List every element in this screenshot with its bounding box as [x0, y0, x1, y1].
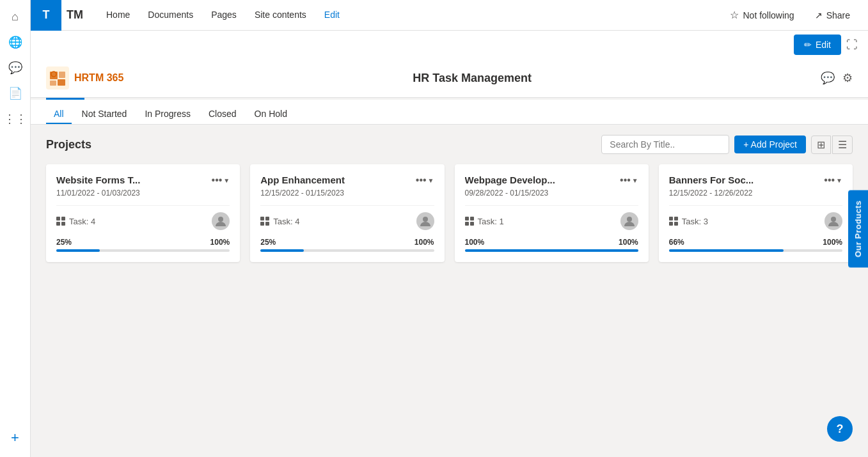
site-logo: T: [31, 0, 61, 31]
progress-max-1: 100%: [414, 238, 434, 247]
card-title-1: App Enhancement: [260, 174, 416, 185]
card-task-0: Task: 4: [56, 217, 95, 226]
apps-icon[interactable]: ⋮⋮: [4, 107, 27, 130]
card-date-1: 12/15/2022 - 01/15/2023: [260, 189, 434, 198]
progress-pct-2: 100%: [465, 238, 485, 247]
our-products-tab[interactable]: Our Products: [848, 190, 868, 267]
help-button[interactable]: ?: [827, 416, 853, 442]
progress-max-0: 100%: [210, 238, 230, 247]
filter-section: All Not Started In Progress Closed On Ho…: [31, 100, 868, 125]
cards-grid: Website Forms T... ••• ▼ 11/01/2022 - 01…: [46, 164, 853, 262]
progress-bar-bg-0: [56, 249, 230, 252]
view-toggle: ⊞ ☰: [811, 136, 853, 154]
sidebar: ⌂ 🌐 💬 📄 ⋮⋮ +: [0, 0, 31, 457]
main-content: HRTM 365 HR Task Management 💬 ⚙ All Not …: [31, 59, 868, 457]
home-icon[interactable]: ⌂: [4, 5, 27, 28]
progress-pct-0: 25%: [56, 238, 72, 247]
globe-icon[interactable]: 🌐: [4, 31, 27, 54]
nav-site-contents[interactable]: Site contents: [247, 0, 314, 31]
edit-label: Edit: [816, 40, 831, 50]
add-icon[interactable]: +: [4, 426, 27, 449]
ellipsis-icon-0: •••: [212, 174, 223, 186]
progress-bar-fill-0: [56, 249, 100, 252]
progress-max-2: 100%: [619, 238, 638, 247]
expand-button[interactable]: ⛶: [846, 38, 858, 52]
top-nav: Home Documents Pages Site contents Edit: [99, 0, 722, 31]
card-menu-2[interactable]: ••• ▼: [620, 174, 638, 186]
app-header: HRTM 365 HR Task Management 💬 ⚙: [31, 59, 868, 98]
card-date-2: 09/28/2022 - 01/15/2023: [465, 189, 638, 198]
task-count-0: Task: 4: [69, 217, 95, 226]
chevron-down-icon-3: ▼: [836, 177, 842, 184]
project-card-1: App Enhancement ••• ▼ 12/15/2022 - 01/15…: [250, 164, 444, 262]
svg-point-7: [627, 217, 632, 222]
card-progress-1: 25% 100%: [260, 238, 434, 252]
chat-icon-button[interactable]: 💬: [821, 71, 835, 85]
document-icon[interactable]: 📄: [4, 82, 27, 105]
nav-edit[interactable]: Edit: [317, 0, 347, 31]
task-count-1: Task: 4: [273, 217, 299, 226]
share-button[interactable]: ↗ Share: [807, 6, 858, 24]
app-title: HRTM 365: [74, 72, 123, 84]
card-body-1: Task: 4: [260, 205, 434, 230]
card-header-3: Banners For Soc... ••• ▼: [669, 174, 842, 186]
filter-tab-all[interactable]: All: [46, 105, 72, 124]
chevron-down-icon-0: ▼: [223, 177, 230, 184]
chat-icon[interactable]: 💬: [4, 56, 27, 79]
task-grid-icon-1: [260, 217, 269, 226]
avatar-3: [825, 212, 842, 230]
card-header-0: Website Forms T... ••• ▼: [56, 174, 230, 186]
add-project-button[interactable]: + Add Project: [734, 136, 806, 153]
not-following-button[interactable]: ☆ Not following: [722, 5, 801, 25]
filter-tab-on-hold[interactable]: On Hold: [247, 105, 295, 124]
progress-pct-3: 66%: [669, 238, 684, 247]
app-header-actions: 💬 ⚙: [821, 71, 853, 85]
filter-tab-not-started[interactable]: Not Started: [74, 105, 135, 124]
progress-bar-fill-2: [465, 249, 638, 252]
nav-home[interactable]: Home: [99, 0, 138, 31]
task-grid-icon-3: [669, 217, 678, 226]
card-task-1: Task: 4: [260, 217, 299, 226]
edit-button[interactable]: ✏ Edit: [794, 35, 841, 55]
add-project-label: + Add Project: [743, 139, 797, 150]
app-logo-icon: [46, 66, 69, 89]
avatar-1: [416, 212, 434, 230]
nav-pages[interactable]: Pages: [203, 0, 244, 31]
nav-documents[interactable]: Documents: [140, 0, 201, 31]
filter-tabs: All Not Started In Progress Closed On Ho…: [46, 105, 853, 124]
progress-bar-bg-2: [465, 249, 638, 252]
card-header-2: Webpage Develop... ••• ▼: [465, 174, 638, 186]
svg-point-8: [831, 217, 836, 222]
card-body-2: Task: 1: [465, 205, 638, 230]
search-input[interactable]: [601, 135, 729, 154]
progress-bar-fill-1: [260, 249, 304, 252]
filter-tab-in-progress[interactable]: In Progress: [137, 105, 198, 124]
card-title-3: Banners For Soc...: [669, 174, 825, 185]
card-menu-0[interactable]: ••• ▼: [212, 174, 230, 186]
progress-max-3: 100%: [823, 238, 842, 247]
chevron-down-icon-2: ▼: [632, 177, 638, 184]
topbar: T TM Home Documents Pages Site contents …: [31, 0, 868, 31]
card-progress-3: 66% 100%: [669, 238, 842, 252]
card-progress-0: 25% 100%: [56, 238, 230, 252]
progress-labels-3: 66% 100%: [669, 238, 842, 247]
avatar-0: [212, 212, 230, 230]
list-view-button[interactable]: ☰: [832, 136, 853, 154]
star-icon: ☆: [730, 9, 739, 21]
project-card-0: Website Forms T... ••• ▼ 11/01/2022 - 01…: [46, 164, 240, 262]
card-body-3: Task: 3: [669, 205, 842, 230]
card-task-3: Task: 3: [669, 217, 708, 226]
card-menu-3[interactable]: ••• ▼: [824, 174, 842, 186]
pencil-icon: ✏: [804, 40, 812, 50]
progress-bar-bg-3: [669, 249, 842, 252]
svg-rect-1: [59, 72, 65, 78]
project-card-2: Webpage Develop... ••• ▼ 09/28/2022 - 01…: [455, 164, 649, 262]
settings-icon-button[interactable]: ⚙: [842, 71, 853, 85]
card-progress-2: 100% 100%: [465, 238, 638, 252]
card-body-0: Task: 4: [56, 205, 230, 230]
task-grid-icon-0: [56, 217, 65, 226]
progress-pct-1: 25%: [260, 238, 276, 247]
grid-view-button[interactable]: ⊞: [811, 136, 831, 154]
card-menu-1[interactable]: ••• ▼: [416, 174, 434, 186]
filter-tab-closed[interactable]: Closed: [201, 105, 244, 124]
